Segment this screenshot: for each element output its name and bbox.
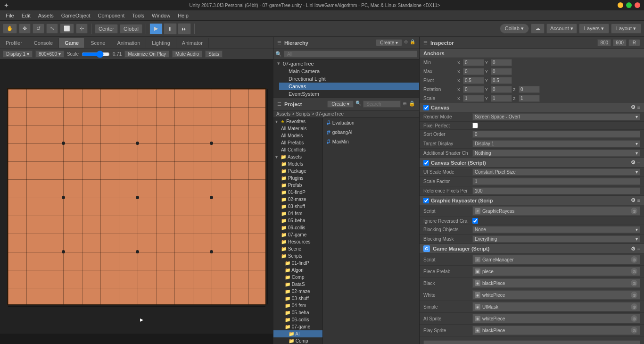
graphic-raycaster-enabled-checkbox[interactable] — [423, 198, 429, 203]
menu-edit[interactable]: Edit — [18, 12, 34, 19]
add-component-button[interactable]: Add Component — [423, 340, 640, 344]
proj-07game[interactable]: 📁 07-game — [273, 231, 322, 238]
rect-tool-button[interactable]: ⬜ — [60, 24, 74, 34]
proj-scene[interactable]: 📁 Scene — [273, 245, 322, 252]
rotation-z[interactable] — [519, 86, 540, 93]
proj-07game-sub[interactable]: 📁 07-game — [273, 323, 322, 330]
proj-02maze[interactable]: 📁 02-maze — [273, 196, 322, 203]
proj-comp[interactable]: 📁 Comp — [273, 274, 322, 281]
tab-scene[interactable]: Scene — [85, 38, 111, 48]
pivot-x[interactable] — [463, 77, 484, 84]
target-display-dropdown[interactable]: Display 1 ▾ — [472, 140, 640, 147]
tab-animation[interactable]: Animation — [111, 38, 146, 48]
canvas-scaler-enabled-checkbox[interactable] — [423, 160, 429, 166]
maximize-button[interactable] — [626, 2, 632, 8]
proj-file-maxmin[interactable]: # MaxMin — [323, 137, 419, 146]
collab-button[interactable]: Collab ▾ — [500, 24, 529, 34]
tab-game[interactable]: Game — [59, 38, 85, 48]
proj-02maze-sub[interactable]: 📁 02-maze — [273, 288, 322, 295]
pixel-perfect-checkbox[interactable] — [472, 123, 478, 128]
proj-scripts[interactable]: 📁 Scripts — [273, 252, 322, 260]
proj-package[interactable]: 📁 Package — [273, 168, 322, 175]
proj-file-evaluation[interactable]: # Evaluation — [323, 118, 419, 127]
menu-assets[interactable]: Assets — [34, 12, 58, 19]
proj-resources[interactable]: 📁 Resources — [273, 238, 322, 245]
pause-button[interactable]: ⏸ — [164, 23, 177, 34]
black-select-btn[interactable]: ◎ — [630, 279, 638, 287]
proj-04fsm-sub[interactable]: 📁 04-fsm — [273, 302, 322, 309]
project-lock-icon[interactable]: 🔒 — [409, 101, 415, 108]
move-tool-button[interactable]: ✥ — [19, 24, 31, 34]
game-manager-more-icon[interactable]: ≡ — [637, 246, 640, 252]
maximize-button[interactable]: Maximize On Play — [124, 50, 169, 58]
hand-tool-button[interactable]: ✋ — [3, 24, 17, 34]
proj-ai[interactable]: 📁 AI — [273, 330, 322, 337]
proj-all-prefabs[interactable]: All Prefabs — [273, 139, 322, 146]
ai-sprite-select-btn[interactable]: ◎ — [630, 315, 638, 322]
tab-lighting[interactable]: Lighting — [146, 38, 176, 48]
play-button[interactable]: ▶ — [149, 23, 163, 34]
proj-models[interactable]: 📁 Models — [273, 160, 322, 168]
project-create-button[interactable]: Create ▾ — [327, 101, 354, 108]
blocking-objects-dropdown[interactable]: None ▾ — [472, 226, 640, 233]
menu-help[interactable]: Help — [174, 12, 192, 19]
mute-button[interactable]: Mute Audio — [172, 50, 202, 58]
simple-select-btn[interactable]: ◎ — [630, 303, 638, 310]
hierarchy-lock-icon[interactable]: 🔒 — [410, 39, 415, 46]
piece-prefab-ref[interactable]: ▣ piece ◎ — [472, 267, 640, 276]
simple-ref[interactable]: ◈ UIMask ◎ — [472, 302, 640, 311]
game-manager-settings-icon[interactable]: ⚙ — [631, 246, 636, 252]
scale-tool-button[interactable]: ⤡ — [46, 24, 58, 34]
favorites-folder[interactable]: ▾ ★ Favorites — [273, 118, 322, 125]
gm-script-ref[interactable]: # GameManager ◎ — [472, 255, 640, 264]
proj-all-models[interactable]: All Models — [273, 132, 322, 139]
sort-order-input[interactable] — [472, 131, 640, 138]
proj-comp-sub[interactable]: 📁 Comp — [273, 337, 322, 344]
scale-factor-input[interactable] — [472, 178, 640, 185]
gr-script-select-btn[interactable]: ◎ — [630, 207, 638, 215]
proj-file-gobangai[interactable]: # gobangAI — [323, 127, 419, 137]
step-button[interactable]: ⏭ — [178, 23, 191, 34]
menu-gameobject[interactable]: GameObject — [58, 12, 94, 19]
hierarchy-search-input[interactable] — [284, 50, 417, 58]
blocking-mask-dropdown[interactable]: Everything ▾ — [472, 235, 640, 243]
white-select-btn[interactable]: ◎ — [630, 291, 638, 299]
inspector-height-field[interactable]: 600 — [613, 39, 627, 46]
play-sprite-ref[interactable]: ◈ blackPiece ◎ — [472, 326, 640, 335]
minimize-button[interactable] — [618, 2, 623, 8]
proj-03shuff-sub[interactable]: 📁 03-shuff — [273, 295, 322, 302]
proj-01findp-sub[interactable]: 📁 01-findP — [273, 260, 322, 267]
proj-all-materials[interactable]: All Materials — [273, 125, 322, 132]
resolution-dropdown[interactable]: 800×600 ▾ — [35, 50, 64, 58]
white-ref[interactable]: ◈ whitePiece ◎ — [472, 290, 640, 300]
gr-script-ref[interactable]: # GraphicRaycas ◎ — [472, 206, 640, 216]
scale-x[interactable] — [463, 95, 484, 102]
ui-scale-mode-dropdown[interactable]: Constant Pixel Size ▾ — [472, 168, 640, 176]
account-button[interactable]: Account ▾ — [546, 24, 577, 34]
menu-tools[interactable]: Tools — [128, 12, 148, 19]
proj-01findp[interactable]: 📁 01-findP — [273, 189, 322, 196]
anchors-min-y[interactable] — [491, 59, 512, 66]
layout-dropdown[interactable]: Layout ▾ — [611, 24, 641, 34]
tree-item-main-camera[interactable]: Main Camera — [279, 67, 419, 75]
canvas-more-icon[interactable]: ≡ — [637, 105, 640, 110]
assets-folder[interactable]: ▾ 📁 Assets — [273, 153, 322, 160]
ref-pixels-input[interactable] — [472, 187, 640, 194]
tab-animator[interactable]: Animator — [176, 38, 209, 48]
proj-datas[interactable]: 📁 DataS — [273, 281, 322, 288]
canvas-enabled-checkbox[interactable] — [423, 105, 429, 110]
inspector-r-button[interactable]: R — [628, 39, 640, 46]
display-dropdown[interactable]: Display 1 ▾ — [3, 50, 33, 58]
gm-script-select-btn[interactable]: ◎ — [630, 256, 638, 263]
stats-button[interactable]: Stats — [205, 50, 223, 58]
tree-item-root[interactable]: ▾ 07-gameTree — [273, 59, 419, 67]
anchors-max-y[interactable] — [491, 68, 512, 75]
inspector-width-field[interactable]: 800 — [597, 39, 611, 46]
anchors-min-x[interactable] — [463, 59, 484, 66]
graphic-raycaster-more-icon[interactable]: ≡ — [637, 198, 640, 203]
proj-06collis[interactable]: 📁 06-collis — [273, 224, 322, 231]
project-options-icon[interactable]: ⊕ — [403, 101, 407, 108]
proj-05beha[interactable]: 📁 05-beha — [273, 217, 322, 224]
scale-slider[interactable] — [82, 50, 110, 58]
proj-all-conflicts[interactable]: All Conflicts — [273, 146, 322, 153]
